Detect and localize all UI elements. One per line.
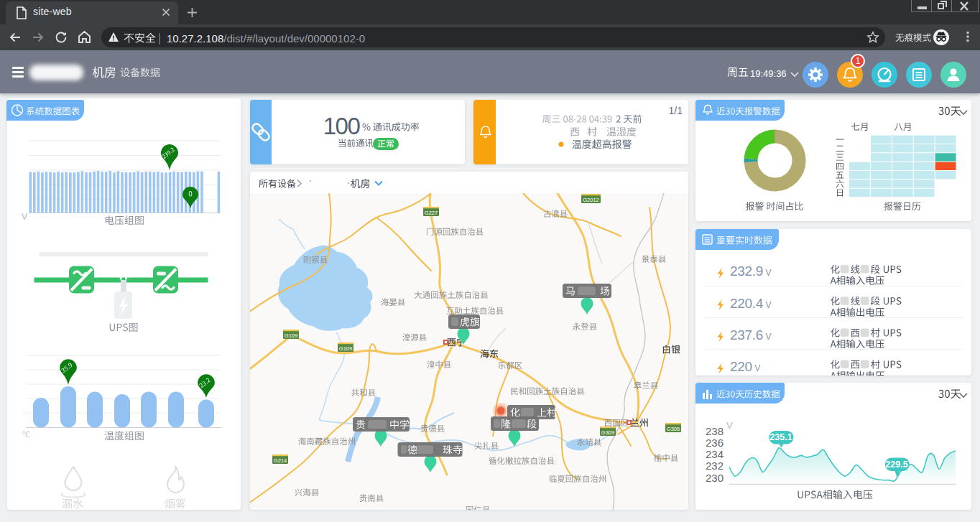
svg-text:G227: G227 [425,210,438,216]
svg-text:G214: G214 [274,457,287,464]
svg-text:G109: G109 [339,345,352,352]
svg-text:G309: G309 [601,429,614,436]
svg-text:G2012: G2012 [583,197,599,203]
svg-text:G305: G305 [667,426,680,432]
svg-text:G109: G109 [285,332,297,339]
